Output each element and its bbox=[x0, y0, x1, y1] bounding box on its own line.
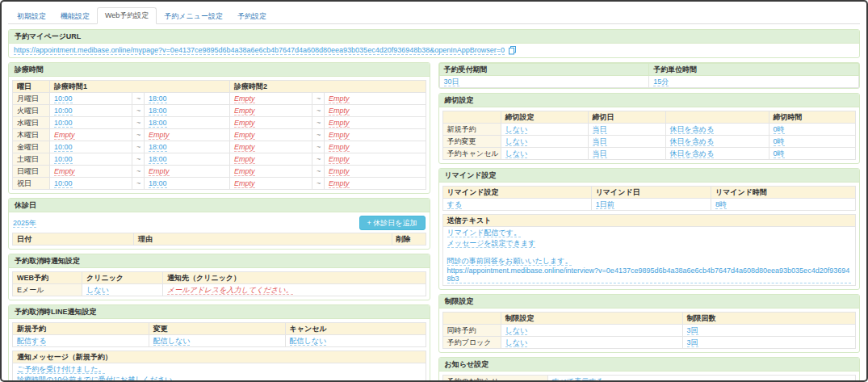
time-link[interactable]: Empty bbox=[234, 107, 255, 115]
change-link[interactable]: 配信しない bbox=[153, 337, 191, 346]
deadline-row-cancel: 予約キャンセル しない 当日 休日を含める 0時 bbox=[442, 148, 856, 160]
time-link[interactable]: Empty bbox=[329, 119, 350, 128]
right-column: 予約受付期間 予約単位時間 30日 15分 締切設定 bbox=[438, 62, 861, 382]
tilde: ~ bbox=[312, 153, 325, 166]
time-link[interactable]: Empty bbox=[329, 131, 350, 140]
reminder-day-link[interactable]: 1日前 bbox=[596, 200, 614, 209]
deadline-time-link[interactable]: 0時 bbox=[774, 149, 785, 158]
time-link[interactable]: Empty bbox=[234, 131, 255, 140]
deadline-day-link[interactable]: 当日 bbox=[593, 149, 607, 158]
deadline-time-link[interactable]: 0時 bbox=[774, 125, 785, 134]
time-link[interactable]: Empty bbox=[329, 94, 350, 103]
deadline-set-link[interactable]: しない bbox=[505, 149, 528, 158]
time-link[interactable]: Empty bbox=[234, 167, 255, 176]
time-link[interactable]: Empty bbox=[54, 131, 75, 140]
reminder-set-link[interactable]: する bbox=[447, 200, 462, 209]
reminder-time-link[interactable]: 8時 bbox=[715, 200, 727, 209]
time-link[interactable]: Empty bbox=[234, 119, 255, 128]
time-link[interactable]: 10:00 bbox=[54, 179, 73, 188]
time-link[interactable]: Empty bbox=[149, 131, 170, 140]
time-link[interactable]: Empty bbox=[149, 167, 170, 176]
time-link[interactable]: 10:00 bbox=[54, 143, 73, 152]
row-label: 新規予約 bbox=[442, 124, 501, 136]
clinic-setting-link[interactable]: しない bbox=[86, 286, 109, 295]
send-text-interview-url[interactable]: https://appointment.medibase.online/inte… bbox=[447, 267, 852, 283]
time-link[interactable]: 18:00 bbox=[149, 155, 167, 164]
col-blank bbox=[442, 111, 501, 124]
tilde: ~ bbox=[132, 129, 145, 141]
limit-count-link[interactable]: 3回 bbox=[687, 326, 698, 335]
send-text-line[interactable]: リマインド配信です。 bbox=[447, 229, 521, 237]
deadline-day-link[interactable]: 当日 bbox=[593, 125, 607, 134]
col-web-reservation: WEB予約 bbox=[13, 272, 82, 284]
deadline-title: 締切設定 bbox=[439, 94, 860, 107]
add-closed-day-button[interactable]: + 休診日を追加 bbox=[359, 216, 426, 230]
col-hours2: 診療時間2 bbox=[230, 81, 426, 93]
time-link[interactable]: Empty bbox=[234, 94, 255, 103]
tilde: ~ bbox=[132, 153, 145, 166]
time-link[interactable]: Empty bbox=[329, 143, 350, 152]
col-cancel: キャンセル bbox=[285, 323, 426, 335]
closed-days-panel: 休診日 2025年 + 休診日を追加 日付 理由 削除 bbox=[8, 198, 430, 250]
limit-set-link[interactable]: しない bbox=[505, 326, 528, 335]
deadline-set-link[interactable]: しない bbox=[505, 137, 528, 146]
cancel-link[interactable]: 配信しない bbox=[290, 337, 327, 346]
time-link[interactable]: 10:00 bbox=[54, 94, 73, 103]
deadline-set-link[interactable]: しない bbox=[505, 125, 528, 134]
include-holiday-link[interactable]: 休日を含める bbox=[670, 149, 715, 158]
col-destination: 通知先（クリニック） bbox=[163, 272, 426, 284]
time-link[interactable]: Empty bbox=[54, 167, 75, 176]
time-link[interactable]: Empty bbox=[234, 179, 255, 188]
time-link[interactable]: Empty bbox=[234, 143, 255, 152]
send-text-line[interactable]: 問診の事前回答をお願いいたします。 bbox=[447, 257, 572, 266]
day-label: 祝日 bbox=[13, 178, 50, 190]
tilde: ~ bbox=[132, 141, 145, 153]
time-link[interactable]: 18:00 bbox=[149, 179, 167, 188]
limit-set-link[interactable]: しない bbox=[505, 338, 528, 347]
include-holiday-link[interactable]: 休日を含める bbox=[670, 125, 715, 134]
notification-message-title: 通知メッセージ（新規予約） bbox=[13, 351, 426, 363]
notice-row: 予約のお知らせ すべて表示する bbox=[442, 376, 856, 382]
tab-initial-settings[interactable]: 初期設定 bbox=[10, 9, 53, 24]
row-label: 予約変更 bbox=[442, 136, 501, 148]
notice-display-link[interactable]: すべて表示する bbox=[552, 377, 604, 382]
copy-icon[interactable] bbox=[509, 46, 516, 55]
deadline-day-link[interactable]: 当日 bbox=[593, 137, 607, 146]
time-link[interactable]: 18:00 bbox=[149, 94, 167, 103]
time-link[interactable]: 18:00 bbox=[149, 119, 167, 128]
hours-row-holiday: 祝日 10:00 ~ 18:00 Empty ~ Empty bbox=[13, 178, 426, 190]
mypage-url-link[interactable]: https://appointment.medibase.online/mypa… bbox=[14, 46, 505, 55]
destination-link[interactable]: メールアドレスを入力してください。 bbox=[167, 286, 293, 295]
day-label: 金曜日 bbox=[13, 141, 50, 153]
time-link[interactable]: 18:00 bbox=[149, 107, 167, 115]
col-deadline-day: 締切日 bbox=[588, 111, 665, 124]
new-reservation-link[interactable]: 配信する bbox=[17, 337, 46, 346]
send-text-line[interactable]: メッセージを設定できます bbox=[447, 239, 536, 248]
time-link[interactable]: 10:00 bbox=[54, 119, 73, 128]
time-link[interactable]: 18:00 bbox=[149, 143, 167, 152]
unit-time-link[interactable]: 15分 bbox=[653, 78, 669, 86]
col-unit-time: 予約単位時間 bbox=[649, 64, 859, 76]
message-line[interactable]: 診療時間の10分前までに受付にお越しください。 bbox=[17, 376, 179, 382]
message-line[interactable]: ご予約を受け付けました。 bbox=[17, 365, 105, 374]
time-link[interactable]: Empty bbox=[329, 107, 350, 115]
include-holiday-link[interactable]: 休日を含める bbox=[670, 137, 715, 146]
email-row: Eメール しない メールアドレスを入力してください。 bbox=[13, 284, 426, 296]
time-link[interactable]: Empty bbox=[329, 167, 350, 176]
tab-web-reservation-settings[interactable]: Web予約設定 bbox=[97, 7, 157, 24]
deadline-table: 締切設定 締切日 締切時間 新規予約 しない 当日 休日を含め bbox=[442, 111, 857, 160]
time-link[interactable]: Empty bbox=[234, 155, 255, 164]
deadline-time-link[interactable]: 0時 bbox=[774, 137, 785, 146]
tab-reservation-settings[interactable]: 予約設定 bbox=[230, 9, 274, 24]
limit-count-link[interactable]: 3回 bbox=[687, 338, 698, 347]
tilde: ~ bbox=[312, 141, 325, 153]
tab-function-settings[interactable]: 機能設定 bbox=[53, 9, 97, 24]
time-link[interactable]: 10:00 bbox=[54, 155, 73, 164]
time-link[interactable]: Empty bbox=[329, 155, 350, 164]
time-link[interactable]: Empty bbox=[329, 179, 350, 188]
tab-reservation-menu-settings[interactable]: 予約メニュー設定 bbox=[157, 9, 230, 24]
closed-days-year-link[interactable]: 2025年 bbox=[13, 219, 36, 228]
tilde: ~ bbox=[312, 166, 325, 178]
time-link[interactable]: 10:00 bbox=[54, 107, 73, 115]
reservation-period-link[interactable]: 30日 bbox=[444, 78, 459, 86]
